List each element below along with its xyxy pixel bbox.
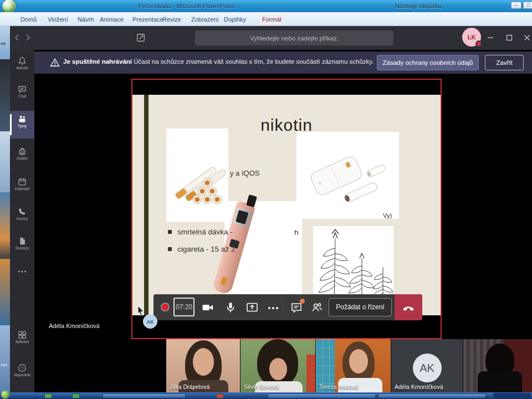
taskbar-app-button[interactable] <box>378 393 486 398</box>
help-icon: ? <box>17 363 27 373</box>
teams-close-button[interactable] <box>521 32 532 44</box>
search-input[interactable] <box>195 30 393 45</box>
ribbon-tab-animace[interactable]: Animace <box>98 14 126 24</box>
desktop-edge-sliver: mk mel <box>0 26 10 392</box>
meeting-stage: Adéla Kmoníčková nikotin <box>34 74 532 392</box>
chat-icon <box>17 84 27 94</box>
chat-button[interactable] <box>290 301 303 314</box>
phone-icon <box>17 207 27 217</box>
start-orb[interactable] <box>1 391 9 399</box>
picture-tools-context-tab: Nástroje obrázku <box>395 0 441 12</box>
teams-maximize-button[interactable] <box>503 32 515 44</box>
taskbar-app-button[interactable] <box>103 393 186 398</box>
windows-taskbar <box>0 392 532 399</box>
forward-arrow-icon[interactable] <box>24 33 32 42</box>
video-tile-adela[interactable]: AK Adéla Kmoníčková <box>391 339 463 392</box>
bell-icon <box>17 56 27 66</box>
sidebar-more-button[interactable] <box>10 267 34 278</box>
ribbon-tab-doplnky[interactable]: Doplňky <box>222 14 248 24</box>
chat-notification-dot <box>300 299 305 304</box>
slide-text-vy: Vy) <box>383 212 392 219</box>
privacy-policy-button[interactable]: Zásady ochrany osobních údajů <box>377 55 479 70</box>
file-icon <box>17 236 27 246</box>
ppt-maximize-button[interactable]: □ <box>523 2 532 9</box>
sidebar-item-aktivita[interactable]: Aktivita <box>10 55 34 80</box>
sidebar-item-soubory[interactable]: Soubory <box>10 235 34 260</box>
slide-bullet-1: smrtelná dávka - <box>168 228 233 236</box>
more-options-button[interactable] <box>267 303 280 316</box>
apps-icon <box>17 330 27 340</box>
ribbon-tab-zobrazeni[interactable]: Zobrazení <box>189 14 221 24</box>
presentation-slide: nikotin <box>132 95 441 315</box>
backpack-icon <box>17 146 27 156</box>
powerpoint-ribbon-tabs: Domů Vložení Návrh Animace Prezentace Re… <box>0 12 532 26</box>
desktop-fragment-mel: mel <box>1 363 7 367</box>
ribbon-tab-format[interactable]: Formát <box>260 14 284 24</box>
user-avatar[interactable]: LK <box>462 28 481 47</box>
recording-banner-text: Je spuštěné nahrávání Účast na schůzce z… <box>63 58 374 65</box>
desktop-fragment-mk: mk <box>1 42 6 46</box>
calendar-icon <box>17 177 27 187</box>
warning-icon <box>49 57 60 70</box>
screen: Prezentiáda - Microsoft PowerPoint Nástr… <box>0 0 532 399</box>
ribbon-tab-domu[interactable]: Domů <box>18 14 39 24</box>
compose-icon[interactable] <box>136 33 146 45</box>
call-timer: 07:20 <box>173 298 195 316</box>
camera-button[interactable] <box>201 301 214 314</box>
vape-image <box>224 201 302 303</box>
sidebar-item-napoveda[interactable]: ? Nápověda <box>10 362 34 387</box>
ribbon-tab-vlozeni[interactable]: Vložení <box>45 14 70 24</box>
system-tray <box>493 393 531 398</box>
participant-name: Silvie Sovová <box>244 383 279 390</box>
participants-button[interactable] <box>310 301 324 314</box>
slide-bullet-2: cigareta - 15 až 2 <box>168 245 235 253</box>
taskbar-app-button[interactable] <box>72 393 80 398</box>
recording-banner-title: Je spuštěné nahrávání <box>63 58 132 65</box>
powerpoint-titlebar: Prezentiáda - Microsoft PowerPoint Nástr… <box>0 0 532 12</box>
video-tile-unnamed[interactable] <box>463 339 532 392</box>
teams-sidebar: Aktivita Chat Týmy Zadání Kalendář Hovor… <box>10 50 34 392</box>
sidebar-item-hovory[interactable]: Hovory <box>10 206 34 231</box>
cigarettes-image <box>166 129 228 222</box>
share-screen-button[interactable] <box>245 301 259 314</box>
sidebar-item-chat[interactable]: Chat <box>10 83 34 109</box>
video-tile-tereza[interactable]: Tereza Hocová <box>316 339 391 392</box>
presenter-name-label: Adéla Kmoníčková <box>49 323 100 329</box>
sidebar-item-tymy[interactable]: Týmy <box>10 111 34 139</box>
participant-name: Adéla Kmoníčková <box>395 383 443 390</box>
tobacco-plant-image <box>313 226 393 302</box>
busy-status-dot <box>475 40 482 47</box>
request-control-button[interactable]: Požádat o řízení <box>329 298 392 316</box>
sidebar-item-kalendar[interactable]: Kalendář <box>10 176 34 201</box>
recording-banner: Je spuštěné nahrávání Účast na schůzce z… <box>34 52 532 74</box>
video-tile-jitka[interactable]: Jitka Drápelová <box>166 339 241 392</box>
teams-window: LK Je spuštěné nahrávání Účast na schůzc… <box>10 26 532 392</box>
controls-divider <box>283 298 283 317</box>
ribbon-tab-revize[interactable]: Revize <box>160 14 183 24</box>
participant-avatar: AK <box>413 354 442 382</box>
slide-text-h: h <box>294 228 299 237</box>
teams-icon <box>17 114 27 124</box>
recording-banner-message: Účast na schůzce znamená váš souhlas s t… <box>134 58 374 65</box>
sidebar-item-aplikace[interactable]: Aplikace <box>10 329 34 354</box>
user-avatar-initials: LK <box>468 34 476 40</box>
teams-minimize-button[interactable] <box>484 32 497 44</box>
ellipsis-icon <box>17 268 27 275</box>
ribbon-tab-navrh[interactable]: Návrh <box>75 14 96 24</box>
hang-up-button[interactable] <box>395 294 422 320</box>
video-tile-silvie[interactable]: Silvie Sovová <box>241 339 316 392</box>
taskbar-app-button[interactable] <box>216 393 224 398</box>
iqos-image <box>296 132 399 219</box>
taskbar-app-button[interactable] <box>268 393 376 398</box>
svg-text:?: ? <box>21 366 24 371</box>
participant-name: Tereza Hocová <box>319 383 358 390</box>
participant-name: Jitka Drápelová <box>170 383 209 390</box>
back-arrow-icon[interactable] <box>13 33 21 42</box>
sidebar-item-zadani[interactable]: Zadání <box>10 145 34 171</box>
microphone-button[interactable] <box>224 301 237 314</box>
taskbar-app-button[interactable] <box>44 393 52 398</box>
call-controls-bar: 07:20 <box>154 294 422 320</box>
banner-dismiss-button[interactable]: Zavřít <box>485 55 524 70</box>
ppt-minimize-button[interactable]: – <box>511 2 521 9</box>
phone-down-icon <box>401 300 416 315</box>
